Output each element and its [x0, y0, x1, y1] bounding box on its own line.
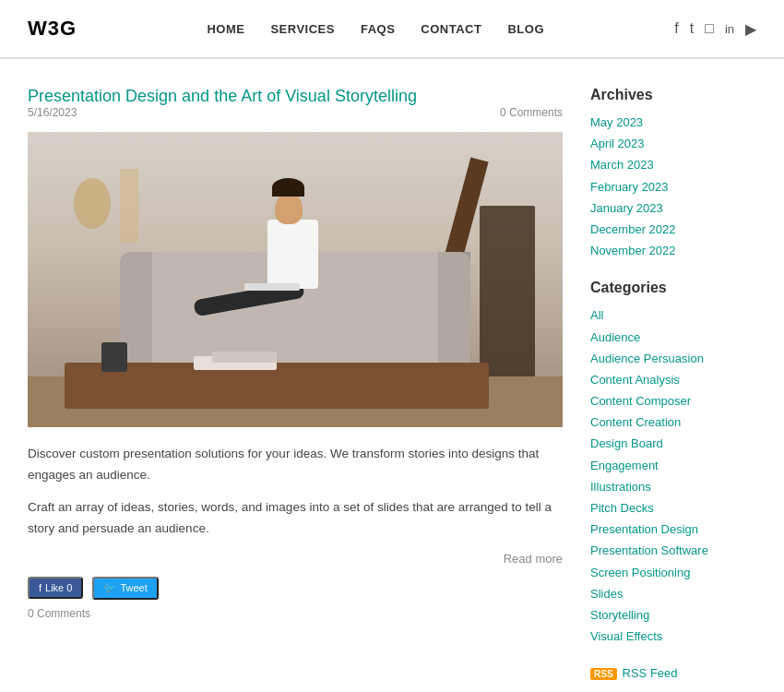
facebook-like-button[interactable]: f Like 0	[28, 577, 83, 599]
article-title[interactable]: Presentation Design and the Art of Visua…	[28, 87, 417, 105]
category-visual-effects[interactable]: Visual Effects	[590, 628, 756, 645]
category-screen-positioning[interactable]: Screen Positioning	[590, 565, 756, 581]
rss-section: RSS RSS Feed	[590, 665, 756, 682]
site-header: W3G HOME SERVICES FAQS CONTACT BLOG f t …	[0, 0, 784, 59]
archive-march-2023[interactable]: March 2023	[590, 157, 756, 173]
sidebar: Archives May 2023 April 2023 March 2023 …	[590, 87, 756, 683]
article-bottom-comments[interactable]: 0 Comments	[28, 607, 563, 620]
archive-february-2023[interactable]: February 2023	[590, 179, 756, 196]
social-actions: f Like 0 🐦 Tweet	[28, 577, 563, 600]
category-illustrations[interactable]: Illustrations	[590, 479, 756, 495]
category-audience-persuasion[interactable]: Audience Persuasion	[590, 351, 756, 367]
social-icons-header: f t □ in ▶	[674, 20, 756, 38]
archive-may-2023[interactable]: May 2023	[590, 114, 756, 131]
archive-december-2022[interactable]: December 2022	[590, 221, 756, 238]
youtube-icon[interactable]: ▶	[745, 20, 756, 38]
nav-faqs[interactable]: FAQS	[361, 22, 395, 36]
article-image	[28, 132, 563, 427]
twitter-icon-btn: 🐦	[103, 582, 116, 594]
archive-november-2022[interactable]: November 2022	[590, 243, 756, 259]
tweet-label: Tweet	[120, 582, 147, 593]
archive-april-2023[interactable]: April 2023	[590, 136, 756, 152]
categories-heading: Categories	[590, 280, 756, 296]
article-date: 5/16/2023	[28, 106, 77, 119]
article-paragraph2: Craft an array of ideas, stories, words,…	[28, 497, 563, 540]
archives-section: Archives May 2023 April 2023 March 2023 …	[590, 87, 756, 259]
tweet-button[interactable]: 🐦 Tweet	[92, 577, 158, 600]
twitter-icon[interactable]: t	[690, 20, 694, 37]
main-content: Presentation Design and the Art of Visua…	[28, 87, 563, 683]
category-content-analysis[interactable]: Content Analysis	[590, 372, 756, 388]
category-presentation-software[interactable]: Presentation Software	[590, 543, 756, 559]
categories-section: Categories All Audience Audience Persuas…	[590, 280, 756, 645]
archives-heading: Archives	[590, 87, 756, 103]
category-pitch-decks[interactable]: Pitch Decks	[590, 500, 756, 517]
main-nav: HOME SERVICES FAQS CONTACT BLOG	[207, 22, 544, 36]
nav-blog[interactable]: BLOG	[507, 22, 544, 36]
read-more-link[interactable]: Read more	[504, 552, 563, 566]
content-wrapper: Presentation Design and the Art of Visua…	[0, 59, 784, 692]
category-content-creation[interactable]: Content Creation	[590, 414, 756, 431]
category-slides[interactable]: Slides	[590, 586, 756, 603]
read-more-container: Read more	[28, 551, 563, 566]
nav-services[interactable]: SERVICES	[270, 22, 335, 36]
rss-icon: RSS	[590, 668, 617, 680]
nav-contact[interactable]: CONTACT	[421, 22, 481, 36]
category-all[interactable]: All	[590, 307, 756, 324]
category-storytelling[interactable]: Storytelling	[590, 607, 756, 624]
article-paragraph1: Discover custom presentation solutions f…	[28, 444, 563, 486]
category-engagement[interactable]: Engagement	[590, 458, 756, 474]
article-comments-count[interactable]: 0 Comments	[500, 106, 563, 119]
fb-icon: f	[39, 582, 42, 593]
article-meta: 5/16/2023 0 Comments	[28, 106, 563, 119]
rss-feed-link[interactable]: RSS Feed	[623, 665, 678, 682]
linkedin-icon[interactable]: in	[725, 22, 734, 36]
site-logo[interactable]: W3G	[28, 17, 77, 41]
archive-january-2023[interactable]: January 2023	[590, 200, 756, 217]
instagram-icon[interactable]: □	[705, 20, 714, 37]
nav-home[interactable]: HOME	[207, 22, 244, 36]
category-content-composer[interactable]: Content Composer	[590, 393, 756, 410]
category-presentation-design[interactable]: Presentation Design	[590, 521, 756, 538]
category-design-board[interactable]: Design Board	[590, 435, 756, 452]
fb-like-label: Like 0	[45, 582, 72, 593]
category-audience[interactable]: Audience	[590, 329, 756, 346]
facebook-icon[interactable]: f	[674, 20, 678, 37]
